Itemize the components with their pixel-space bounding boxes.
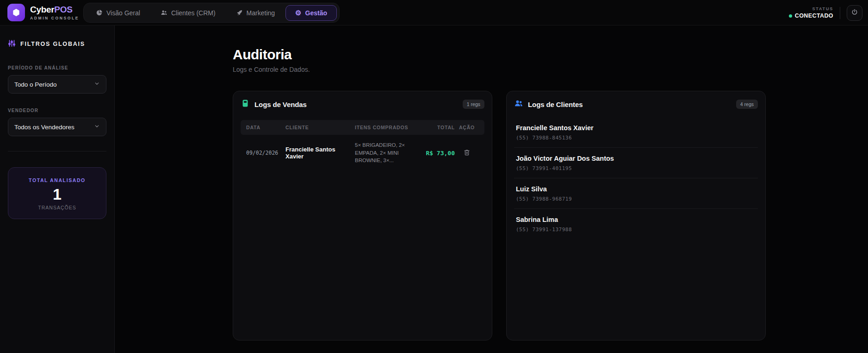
col-date: DATA [246,125,285,130]
list-item: Sabrina Lima (55) 73991-137988 [514,209,758,239]
tab-clientes-crm[interactable]: Clientes (CRM) [151,5,225,21]
total-card-value: 1 [13,186,101,203]
total-card-title: TOTAL ANALISADO [13,177,101,183]
col-total: TOTAL [411,125,455,130]
tab-label: Visão Geral [106,9,140,17]
sales-table: DATA CLIENTE ITENS COMPRADOS TOTAL AÇÃO … [241,120,484,171]
connection-status: STATUS CONECTADO [789,6,833,19]
sliders-icon [8,39,16,49]
main-area: Auditoria Logs e Controle de Dados. Logs… [115,25,868,353]
main-nav: Visão Geral Clientes (CRM) Marketing ⚙ G… [83,3,340,23]
page-subtitle: Logs e Controle de Dados. [233,66,766,73]
page-title: Auditoria [233,47,766,63]
period-select-value: Todo o Período [14,81,94,88]
col-items: ITENS COMPRADOS [355,125,411,130]
sale-date: 09/02/2026 [246,150,285,156]
client-name: João Victor Aguiar Dos Santos [516,155,756,162]
clients-count-badge: 4 regs [736,100,758,109]
vendor-label: VENDEDOR [8,108,106,113]
gear-icon: ⚙ [295,9,301,16]
filters-sidebar: FILTROS GLOBAIS PERÍODO DE ANÁLISE Todo … [0,25,115,353]
client-phone: (55) 73991-401195 [516,165,756,171]
brand-subtitle: ADMIN CONSOLE [30,16,79,20]
tab-label: Gestão [305,9,327,17]
sales-logs-panel: Logs de Vendas 1 regs DATA CLIENTE ITENS… [233,91,492,340]
pie-chart-icon [96,9,103,16]
client-name: Sabrina Lima [516,216,756,223]
sidebar-divider [8,151,106,151]
client-phone: (55) 73991-137988 [516,227,756,233]
pos-terminal-icon [241,99,250,110]
tab-marketing[interactable]: Marketing [226,5,285,21]
client-phone: (55) 73988-968719 [516,196,756,202]
total-card-caption: TRANSAÇÕES [13,205,101,210]
sales-panel-title: Logs de Vendas [254,101,307,108]
brand-name: CyberPOS [30,5,79,15]
users-icon [161,9,167,16]
clients-logs-panel: Logs de Clientes 4 regs Francielle Santo… [506,91,766,340]
period-select[interactable]: Todo o Período [8,75,106,94]
client-name: Francielle Santos Xavier [516,124,756,132]
power-icon [851,8,858,17]
clients-panel-title: Logs de Clientes [528,101,583,108]
total-analyzed-card: TOTAL ANALISADO 1 TRANSAÇÕES [8,167,106,219]
table-row: 09/02/2026 Francielle Santos Xavier 5× B… [241,135,484,171]
client-list: Francielle Santos Xavier (55) 73988-8451… [514,117,758,239]
status-value: CONECTADO [795,13,833,19]
delete-sale-button[interactable] [462,148,471,158]
chevron-down-icon [94,80,100,88]
status-label: STATUS [789,6,833,11]
period-label: PERÍODO DE ANÁLISE [8,65,106,70]
users-group-icon [514,99,523,110]
header-divider [840,7,840,19]
client-phone: (55) 73988-845136 [516,135,756,141]
tab-label: Marketing [247,9,275,17]
sales-table-header: DATA CLIENTE ITENS COMPRADOS TOTAL AÇÃO [241,120,484,135]
list-item: Francielle Santos Xavier (55) 73988-8451… [514,117,758,148]
tab-visao-geral[interactable]: Visão Geral [86,5,150,21]
sales-count-badge: 1 regs [463,100,484,109]
sale-total: R$ 73,00 [411,150,455,157]
filters-title: FILTROS GLOBAIS [8,39,106,49]
rocket-icon [236,9,243,16]
sale-items: 5× BRIGADEIRO, 2× EMPADA, 2× MINI BROWNI… [355,141,411,164]
status-dot-icon [789,14,792,18]
list-item: Luiz Silva (55) 73988-968719 [514,178,758,209]
vendor-select[interactable]: Todos os Vendedores [8,118,106,136]
tab-label: Clientes (CRM) [171,9,216,17]
cyberpos-logo-icon [7,4,25,21]
col-client: CLIENTE [285,125,355,130]
trash-icon [463,151,471,158]
power-button[interactable] [847,5,862,21]
tab-gestao[interactable]: ⚙ Gestão [285,5,337,21]
client-name: Luiz Silva [516,185,756,193]
sale-client: Francielle Santos Xavier [285,146,355,160]
top-bar: CyberPOS ADMIN CONSOLE Visão Geral Clien… [0,0,868,25]
col-action: AÇÃO [455,125,479,130]
vendor-select-value: Todos os Vendedores [14,124,94,131]
chevron-down-icon [94,123,100,131]
list-item: João Victor Aguiar Dos Santos (55) 73991… [514,148,758,178]
